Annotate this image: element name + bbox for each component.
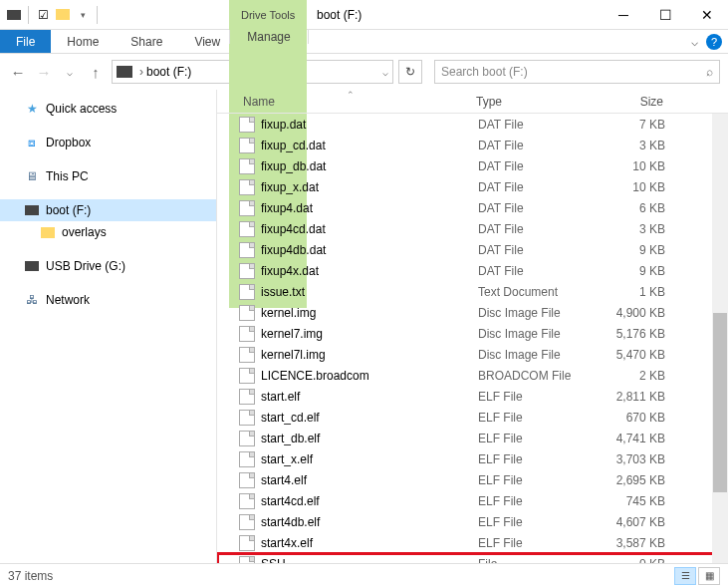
file-icon	[239, 284, 255, 300]
file-name: fixup.dat	[261, 118, 478, 132]
file-row[interactable]: start.elfELF File2,811 KB	[217, 386, 728, 407]
breadcrumb[interactable]: boot (F:)	[146, 65, 191, 79]
navigation-bar: ← → ⌵ ↑ › boot (F:) ⌵ ↻ Search boot (F:)…	[0, 54, 728, 90]
maximize-button[interactable]: ☐	[644, 0, 686, 29]
qat-dropdown-icon[interactable]: ▾	[75, 7, 91, 23]
file-row[interactable]: fixup_db.datDAT File10 KB	[217, 155, 728, 176]
sidebar-item-dropbox[interactable]: ⧈Dropbox	[0, 132, 216, 153]
file-row[interactable]: kernel7.imgDisc Image File5,176 KB	[217, 323, 728, 344]
file-size: 9 KB	[596, 264, 675, 278]
file-type: ELF File	[478, 411, 596, 425]
tab-share[interactable]: Share	[115, 30, 178, 53]
file-row[interactable]: fixup4x.datDAT File9 KB	[217, 260, 728, 281]
file-name: fixup_db.dat	[261, 159, 478, 173]
file-icon	[239, 179, 255, 195]
file-icon	[239, 410, 255, 426]
file-name: fixup4db.dat	[261, 243, 478, 257]
tab-home[interactable]: Home	[51, 30, 115, 53]
file-row[interactable]: fixup4.datDAT File6 KB	[217, 197, 728, 218]
quick-access-toolbar: ☑ ▾	[0, 6, 106, 24]
new-folder-icon[interactable]	[55, 7, 71, 23]
column-header-type[interactable]: Type	[476, 95, 594, 109]
file-row[interactable]: LICENCE.broadcomBROADCOM File2 KB	[217, 365, 728, 386]
file-row[interactable]: start_x.elfELF File3,703 KB	[217, 448, 728, 469]
file-row[interactable]: fixup4db.datDAT File9 KB	[217, 239, 728, 260]
file-name: start4x.elf	[261, 536, 478, 550]
file-row[interactable]: start4cd.elfELF File745 KB	[217, 490, 728, 511]
scrollbar[interactable]	[712, 114, 728, 563]
file-row[interactable]: start_db.elfELF File4,741 KB	[217, 428, 728, 448]
file-list-pane: ⌃ Name Type Size fixup.datDAT File7 KBfi…	[217, 90, 728, 563]
file-row[interactable]: kernel.imgDisc Image File4,900 KB	[217, 302, 728, 323]
sidebar-item-overlays[interactable]: overlays	[0, 221, 216, 243]
sidebar-item-this-pc[interactable]: 🖥This PC	[0, 165, 216, 187]
chevron-right-icon[interactable]: ›	[139, 65, 143, 79]
file-size: 10 KB	[596, 159, 675, 173]
column-header-size[interactable]: Size	[594, 95, 673, 109]
search-input[interactable]: Search boot (F:) ⌕	[434, 60, 720, 84]
up-button[interactable]: ↑	[86, 62, 106, 82]
file-size: 4,607 KB	[596, 515, 675, 529]
search-placeholder: Search boot (F:)	[441, 65, 528, 79]
file-icon	[239, 368, 255, 384]
dropbox-icon: ⧈	[24, 135, 40, 150]
file-type: Text Document	[478, 285, 596, 299]
file-row[interactable]: start_cd.elfELF File670 KB	[217, 407, 728, 428]
file-row[interactable]: start4.elfELF File2,695 KB	[217, 469, 728, 490]
file-row[interactable]: issue.txtText Document1 KB	[217, 281, 728, 302]
sidebar-item-quick-access[interactable]: ★Quick access	[0, 98, 216, 120]
file-type: Disc Image File	[478, 327, 596, 341]
window-controls: ─ ☐ ✕	[603, 0, 728, 29]
file-row[interactable]: SSHFile0 KB	[217, 553, 728, 563]
column-headers: ⌃ Name Type Size	[217, 90, 728, 114]
file-icon	[239, 451, 255, 467]
sidebar-item-network[interactable]: 🖧Network	[0, 289, 216, 311]
refresh-button[interactable]: ↻	[398, 60, 422, 84]
search-icon[interactable]: ⌕	[706, 65, 713, 79]
minimize-button[interactable]: ─	[603, 0, 644, 29]
properties-icon[interactable]: ☑	[35, 7, 51, 23]
file-name: issue.txt	[261, 285, 478, 299]
back-button[interactable]: ←	[8, 62, 28, 82]
file-row[interactable]: fixup4cd.datDAT File3 KB	[217, 218, 728, 239]
sidebar-item-boot-drive[interactable]: boot (F:)	[0, 199, 216, 221]
file-icon	[239, 138, 255, 153]
file-type: DAT File	[478, 180, 596, 194]
address-dropdown-icon[interactable]: ⌵	[382, 67, 388, 78]
file-name: start.elf	[261, 390, 478, 404]
details-view-button[interactable]: ☰	[674, 567, 696, 585]
tab-view[interactable]: View	[178, 30, 236, 53]
recent-dropdown-icon[interactable]: ⌵	[60, 62, 80, 82]
file-type: ELF File	[478, 432, 596, 445]
file-row[interactable]: start4db.elfELF File4,607 KB	[217, 511, 728, 532]
tab-manage[interactable]: Manage	[229, 30, 309, 44]
sidebar-item-usb-drive[interactable]: USB Drive (G:)	[0, 255, 216, 277]
column-header-name[interactable]: Name	[239, 95, 476, 109]
file-type: DAT File	[478, 243, 596, 257]
file-row[interactable]: start4x.elfELF File3,587 KB	[217, 532, 728, 553]
network-icon: 🖧	[24, 292, 40, 308]
file-row[interactable]: fixup_cd.datDAT File3 KB	[217, 135, 728, 155]
star-icon: ★	[24, 101, 40, 117]
file-name: start4db.elf	[261, 515, 478, 529]
file-name: start4.elf	[261, 473, 478, 487]
scrollbar-thumb[interactable]	[713, 313, 727, 492]
file-type: ELF File	[478, 452, 596, 466]
forward-button[interactable]: →	[34, 62, 54, 82]
help-icon[interactable]: ?	[706, 34, 722, 50]
ribbon-expand-icon[interactable]: ⌵	[691, 35, 698, 49]
file-list[interactable]: fixup.datDAT File7 KBfixup_cd.datDAT Fil…	[217, 114, 728, 563]
file-row[interactable]: fixup.datDAT File7 KB	[217, 114, 728, 135]
file-size: 745 KB	[596, 494, 675, 508]
file-size: 7 KB	[596, 118, 675, 132]
file-row[interactable]: fixup_x.datDAT File10 KB	[217, 176, 728, 197]
file-type: ELF File	[478, 536, 596, 550]
file-size: 10 KB	[596, 180, 675, 194]
file-size: 2 KB	[596, 369, 675, 383]
tab-file[interactable]: File	[0, 30, 51, 53]
close-button[interactable]: ✕	[686, 0, 728, 29]
file-size: 670 KB	[596, 411, 675, 425]
thumbnails-view-button[interactable]: ▦	[698, 567, 720, 585]
file-row[interactable]: kernel7l.imgDisc Image File5,470 KB	[217, 344, 728, 365]
file-icon	[239, 514, 255, 530]
